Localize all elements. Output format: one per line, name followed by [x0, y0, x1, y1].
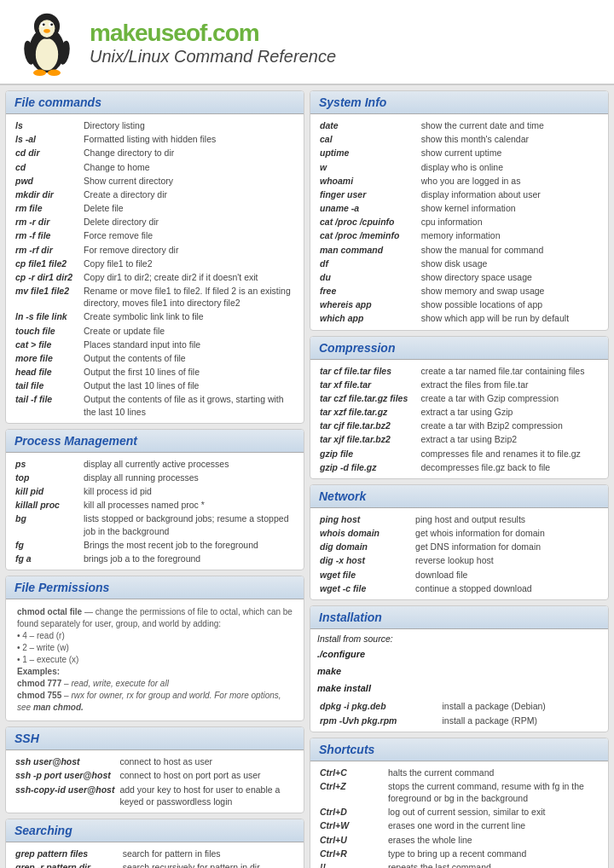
searching-body: grep pattern filessearch for pattern in …: [6, 842, 304, 868]
table-row: grep pattern filessearch for pattern in …: [13, 847, 297, 860]
cmd-cell: dpkg -i pkg.deb: [317, 699, 439, 713]
desc-cell: show the current date and time: [419, 119, 601, 132]
cmd-cell: rm -f file: [13, 229, 81, 242]
desc-cell: add your key to host for user to enable …: [117, 783, 297, 808]
table-row: dig domainget DNS information for domain: [317, 540, 601, 553]
main-content: File commands lsDirectory listingls -alF…: [0, 85, 614, 868]
table-row: ls -alFormatted listing with hidden file…: [13, 132, 297, 146]
desc-cell: Directory listing: [81, 119, 297, 132]
desc-cell: Delete directory dir: [81, 215, 297, 229]
desc-cell: show the manual for command: [419, 243, 601, 257]
file-permissions-body: chmod octal file — change the permission…: [6, 599, 304, 720]
desc-cell: display information about user: [419, 188, 601, 201]
ssh-table: ssh user@hostconnect to host as userssh …: [13, 755, 297, 808]
compression-header: Compression: [310, 337, 608, 360]
table-row: which appshow which app will be run by d…: [317, 311, 601, 325]
install-label: Install from source:: [317, 634, 601, 644]
brand-name: makeuseof.com: [90, 20, 597, 47]
table-row: pwdShow current directory: [13, 174, 297, 188]
desc-cell: compresses file and renames it to file.g…: [418, 447, 601, 460]
desc-cell: repeats the last command: [385, 860, 601, 868]
desc-cell: search recursively for pattern in dir: [120, 860, 297, 868]
cmd-cell: Ctrl+W: [317, 819, 385, 832]
cmd-cell: tar xzf file.tar.gz: [317, 405, 418, 419]
cmd-cell: tar czf file.tar.gz files: [317, 391, 418, 405]
cmd-cell: cat /proc /cpuinfo: [317, 215, 419, 229]
file-commands-header: File commands: [6, 91, 304, 114]
process-management-section: Process Management psdisplay all current…: [5, 429, 304, 570]
desc-cell: kill process id pid: [81, 484, 297, 498]
table-row: whoamiwho you are logged in as: [317, 174, 601, 188]
table-row: touch fileCreate or update file: [13, 324, 297, 338]
desc-cell: For remove directory dir: [81, 243, 297, 257]
cmd-cell: cat > file: [13, 338, 81, 351]
searching-header: Searching: [6, 819, 304, 842]
table-row: tar czf file.tar.gz filescreate a tar wi…: [317, 391, 601, 405]
cmd-cell: fg: [13, 538, 81, 552]
cmd-cell: whoami: [317, 174, 419, 188]
cmd-cell: Ctrl+C: [317, 766, 385, 779]
install-source-cmds: ./configuremakemake install: [317, 646, 601, 697]
table-row: rpm -Uvh pkg.rpminstall a package (RPM): [317, 714, 601, 727]
install-source-cmd: make: [317, 663, 601, 680]
cmd-cell: killall proc: [13, 498, 81, 512]
desc-cell: memory information: [419, 229, 601, 242]
cmd-cell: gzip -d file.gz: [317, 460, 418, 474]
install-package-table: dpkg -i pkg.debinstall a package (Debian…: [317, 699, 601, 726]
ssh-header: SSH: [6, 727, 304, 750]
desc-cell: Copy dir1 to dir2; create dir2 if it doe…: [81, 270, 297, 284]
process-management-header: Process Management: [6, 430, 304, 453]
cmd-cell: free: [317, 284, 419, 298]
desc-cell: cpu information: [419, 215, 601, 229]
cmd-cell: tail -f file: [13, 392, 81, 418]
desc-cell: erases the whole line: [385, 833, 601, 847]
cmd-cell: ssh -p port user@host: [13, 768, 117, 782]
desc-cell: Show current directory: [81, 174, 297, 188]
desc-cell: continue a stopped download: [413, 582, 601, 595]
table-row: tar cf file.tar filescreate a tar named …: [317, 364, 601, 378]
cmd-cell: which app: [317, 311, 419, 325]
table-row: cp file1 file2Copy file1 to file2: [13, 257, 297, 270]
cmd-cell: grep pattern files: [13, 847, 120, 860]
cmd-cell: touch file: [13, 324, 81, 338]
table-row: ssh-copy-id user@hostadd your key to hos…: [13, 783, 297, 808]
table-row: !!repeats the last command: [317, 860, 601, 868]
table-row: lsDirectory listing: [13, 119, 297, 132]
header-text: makeuseof.com Unix/Linux Command Referen…: [90, 20, 597, 67]
desc-cell: search for pattern in files: [120, 847, 297, 860]
cmd-cell: ssh user@host: [13, 755, 117, 768]
network-section: Network ping hostping host and output re…: [310, 484, 609, 600]
cmd-cell: head file: [13, 365, 81, 379]
svg-point-7: [50, 23, 53, 26]
table-row: wdisplay who is online: [317, 160, 601, 174]
desc-cell: Output the contents of file: [81, 351, 297, 365]
cmd-cell: mv file1 file2: [13, 284, 81, 310]
svg-point-3: [39, 20, 55, 38]
cmd-cell: more file: [13, 351, 81, 365]
table-row: freeshow memory and swap usage: [317, 284, 601, 298]
table-row: dfshow disk usage: [317, 257, 601, 270]
cmd-cell: cal: [317, 132, 419, 146]
ssh-body: ssh user@hostconnect to host as userssh …: [6, 750, 304, 813]
table-row: ssh -p port user@hostconnect to host on …: [13, 768, 297, 782]
compression-body: tar cf file.tar filescreate a tar named …: [310, 360, 608, 478]
desc-cell: Force remove file: [81, 229, 297, 242]
cmd-cell: date: [317, 119, 419, 132]
system-info-body: dateshow the current date and timecalsho…: [310, 114, 608, 330]
installation-header: Installation: [310, 606, 608, 629]
desc-cell: type to bring up a recent command: [385, 847, 601, 860]
cmd-cell: ls: [13, 119, 81, 132]
cmd-cell: w: [317, 160, 419, 174]
table-row: tar cjf file.tar.bz2create a tar with Bz…: [317, 419, 601, 432]
table-row: wget -c filecontinue a stopped download: [317, 582, 601, 595]
table-row: tar xzf file.tar.gzextract a tar using G…: [317, 405, 601, 419]
table-row: uname -ashow kernel information: [317, 201, 601, 215]
desc-cell: extract the files from file.tar: [418, 378, 601, 391]
cmd-cell: cd dir: [13, 146, 81, 159]
cmd-cell: df: [317, 257, 419, 270]
table-row: gzip filecompresses file and renames it …: [317, 447, 601, 460]
ssh-section: SSH ssh user@hostconnect to host as user…: [5, 726, 304, 813]
table-row: mv file1 file2Rename or move file1 to fi…: [13, 284, 297, 310]
cmd-cell: wget file: [317, 568, 413, 582]
file-permissions-section: File Permissions chmod octal file — chan…: [5, 576, 304, 721]
